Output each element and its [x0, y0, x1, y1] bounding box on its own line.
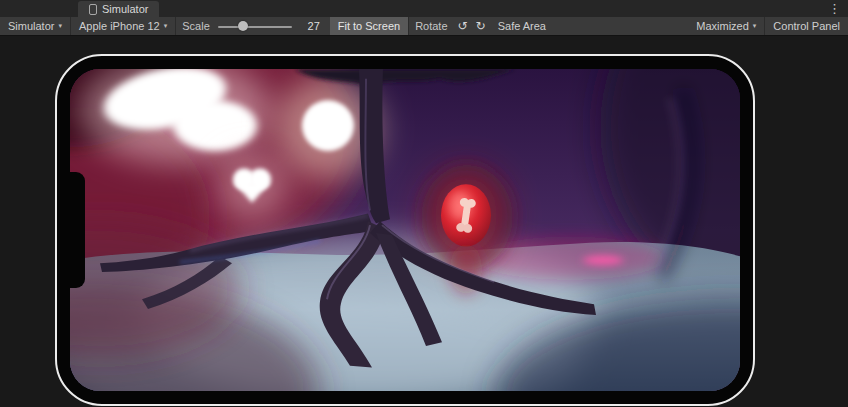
fit-to-screen-button[interactable]: Fit to Screen: [330, 17, 408, 35]
kebab-menu-icon[interactable]: ⋮: [823, 0, 845, 17]
device-dropdown[interactable]: Apple iPhone 12 ▾: [71, 17, 175, 35]
scale-value: 27: [294, 20, 320, 32]
scale-slider-thumb[interactable]: [238, 21, 248, 31]
iphone-12-frame: [55, 54, 755, 406]
tab-bar: Simulator ⋮: [0, 0, 848, 17]
chevron-down-icon: ▾: [164, 22, 168, 30]
scale-label: Scale: [176, 20, 216, 32]
device-icon: [89, 4, 97, 15]
tab-simulator[interactable]: Simulator: [78, 1, 159, 17]
tab-title: Simulator: [102, 3, 148, 15]
device-dropdown-label: Apple iPhone 12: [79, 20, 160, 32]
rotate-ccw-icon[interactable]: ↺: [454, 17, 472, 35]
scale-slider-track: [218, 26, 292, 28]
light-blob-heart: [218, 153, 286, 219]
rotate-cw-icon[interactable]: ↻: [472, 17, 490, 35]
simulator-dropdown[interactable]: Simulator ▾: [0, 17, 70, 35]
game-scene: [70, 69, 740, 391]
iphone-notch: [70, 172, 85, 288]
scale-slider[interactable]: [216, 17, 294, 35]
chevron-down-icon: ▾: [753, 22, 757, 30]
safe-area-button[interactable]: Safe Area: [490, 17, 554, 35]
simulator-dropdown-label: Simulator: [8, 20, 54, 32]
maximized-dropdown[interactable]: Maximized ▾: [688, 17, 764, 35]
game-view: [0, 36, 848, 407]
simulator-screen[interactable]: [70, 69, 740, 391]
maximized-dropdown-label: Maximized: [696, 20, 749, 32]
control-panel-button[interactable]: Control Panel: [765, 17, 848, 35]
unity-simulator-window: Simulator ⋮ Simulator ▾ Apple iPhone 12 …: [0, 0, 848, 407]
rotate-label: Rotate: [409, 20, 453, 32]
toolbar: Simulator ▾ Apple iPhone 12 ▾ Scale 27 F…: [0, 17, 848, 36]
chevron-down-icon: ▾: [58, 22, 62, 30]
